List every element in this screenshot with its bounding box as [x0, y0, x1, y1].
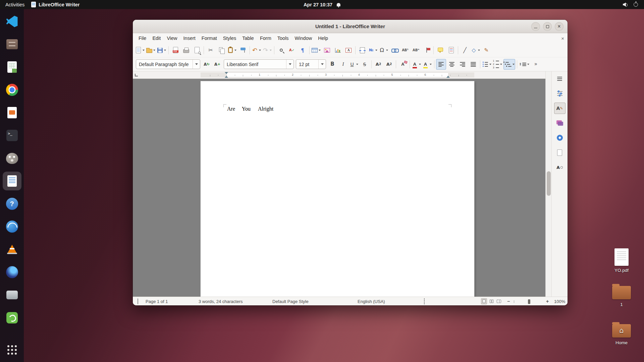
sidebar-tab-page[interactable]: [554, 147, 566, 158]
selection-mode-icon[interactable]: [424, 298, 425, 304]
show-draw-functions-button[interactable]: ✎: [481, 45, 491, 56]
dock-software-updater[interactable]: [3, 308, 21, 327]
book-view-button[interactable]: [496, 298, 502, 304]
system-status-area[interactable]: [623, 2, 644, 7]
activities-button[interactable]: Activities: [5, 2, 24, 7]
copy-button[interactable]: [216, 45, 226, 56]
insert-special-character-button[interactable]: Ω: [379, 45, 389, 56]
menu-window[interactable]: Window: [292, 35, 315, 42]
new-style-button[interactable]: A+: [212, 59, 222, 70]
paragraph-style-select[interactable]: Default Paragraph Style: [136, 59, 200, 69]
superscript-button[interactable]: A2: [373, 59, 383, 70]
vertical-scrollbar[interactable]: [545, 71, 551, 297]
zoom-slider-thumb[interactable]: [528, 299, 530, 304]
italic-button[interactable]: I: [338, 59, 348, 70]
right-indent-marker[interactable]: [446, 76, 450, 78]
subscript-button[interactable]: A2: [384, 59, 394, 70]
desktop-icon-folder-1[interactable]: 1: [605, 286, 638, 307]
outline-list-button[interactable]: [503, 59, 515, 70]
page-count-status[interactable]: Page 1 of 1: [146, 299, 168, 304]
menu-format[interactable]: Format: [199, 35, 220, 42]
align-justified-button[interactable]: [468, 59, 478, 70]
dock-libreoffice-writer[interactable]: [3, 172, 21, 190]
chevron-down-icon[interactable]: [193, 60, 200, 69]
menu-styles[interactable]: Styles: [220, 35, 239, 42]
titlebar[interactable]: Untitled 1 - LibreOffice Writer ×: [133, 20, 568, 33]
underline-button[interactable]: U: [349, 59, 359, 70]
menu-tools[interactable]: Tools: [274, 35, 292, 42]
bold-button[interactable]: B: [327, 59, 337, 70]
line-spacing-button[interactable]: ↕: [519, 59, 530, 70]
font-size-select[interactable]: 12 pt: [296, 59, 326, 69]
highlight-color-button[interactable]: A: [422, 59, 432, 70]
word-count-status[interactable]: 3 words, 24 characters: [199, 299, 243, 304]
strikethrough-button[interactable]: S: [360, 59, 370, 70]
language-status[interactable]: English (USA): [358, 299, 385, 304]
dock-gimp[interactable]: [3, 149, 21, 168]
close-button[interactable]: ×: [555, 22, 564, 31]
sidebar-tab-navigator[interactable]: [554, 132, 566, 143]
ordered-list-button[interactable]: [493, 59, 503, 70]
scrollbar-thumb[interactable]: [547, 171, 551, 196]
page-style-status[interactable]: Default Page Style: [272, 299, 309, 304]
dock-libreoffice-calc[interactable]: [3, 58, 21, 76]
basic-shapes-button[interactable]: ◇: [471, 45, 481, 56]
find-replace-button[interactable]: [276, 45, 286, 56]
clone-formatting-button[interactable]: [238, 45, 248, 56]
desktop-icon-home[interactable]: Home: [605, 324, 638, 345]
dock-libreoffice-impress[interactable]: [3, 103, 21, 122]
menu-view[interactable]: View: [164, 35, 180, 42]
insert-endnote-button[interactable]: ABⁿ: [411, 45, 421, 56]
dock-app-grid[interactable]: [3, 341, 21, 359]
align-left-button[interactable]: [436, 59, 446, 70]
insert-hyperlink-button[interactable]: [389, 45, 399, 56]
font-color-button[interactable]: A: [412, 59, 422, 70]
zoom-in-button[interactable]: +: [546, 299, 549, 304]
insert-field-button[interactable]: №: [368, 45, 378, 56]
redo-button[interactable]: ↷: [262, 45, 272, 56]
document-page[interactable]: Are You Alright: [201, 81, 474, 297]
cut-button[interactable]: ✂: [206, 45, 216, 56]
sidebar-tab-styles[interactable]: A✎: [554, 103, 566, 114]
sidebar-tab-gallery[interactable]: [554, 117, 566, 129]
insert-bookmark-button[interactable]: [422, 45, 432, 56]
dock-vscode[interactable]: [3, 12, 21, 31]
clock-button[interactable]: Apr 27 10:37: [304, 2, 340, 7]
desktop-icon-yo-pdf[interactable]: YO.pdf: [605, 248, 638, 273]
insert-table-button[interactable]: [311, 45, 321, 56]
print-preview-button[interactable]: [192, 45, 202, 56]
menu-table[interactable]: Table: [239, 35, 257, 42]
export-pdf-button[interactable]: [170, 45, 180, 56]
sidebar-tab-style-inspector[interactable]: A: [554, 162, 566, 173]
menu-form[interactable]: Form: [257, 35, 274, 42]
dock-file-manager[interactable]: [3, 286, 21, 304]
menu-help[interactable]: Help: [315, 35, 331, 42]
toolbar-overflow-button[interactable]: »: [531, 59, 541, 70]
sidebar-tab-properties[interactable]: [554, 88, 566, 99]
align-right-button[interactable]: [458, 59, 468, 70]
insert-line-button[interactable]: ╱: [460, 45, 470, 56]
minimize-button[interactable]: [531, 22, 540, 31]
menu-edit[interactable]: Edit: [149, 35, 164, 42]
zoom-level[interactable]: 100%: [554, 299, 565, 304]
dock-file-cabinet[interactable]: [3, 35, 21, 54]
save-button[interactable]: [157, 45, 167, 56]
sidebar-tab-sidebar-settings[interactable]: [554, 73, 566, 84]
insert-text-box-button[interactable]: A: [343, 45, 354, 56]
dock-firefox[interactable]: [3, 263, 21, 282]
track-changes-button[interactable]: [446, 45, 456, 56]
open-button[interactable]: [146, 45, 156, 56]
dock-chrome[interactable]: [3, 80, 21, 99]
focused-app-menu[interactable]: LibreOffice Writer: [31, 2, 79, 7]
menu-insert[interactable]: Insert: [180, 35, 199, 42]
formatting-marks-button[interactable]: ¶: [298, 45, 308, 56]
chevron-down-icon[interactable]: [318, 60, 326, 69]
dock-terminal[interactable]: [3, 126, 21, 145]
menu-file[interactable]: File: [136, 35, 149, 42]
align-center-button[interactable]: [447, 59, 457, 70]
clear-formatting-button[interactable]: A: [398, 59, 408, 70]
maximize-button[interactable]: [543, 22, 552, 31]
first-line-indent-marker[interactable]: [225, 72, 228, 74]
single-page-view-button[interactable]: [481, 298, 487, 304]
close-document-button[interactable]: ×: [561, 36, 564, 41]
